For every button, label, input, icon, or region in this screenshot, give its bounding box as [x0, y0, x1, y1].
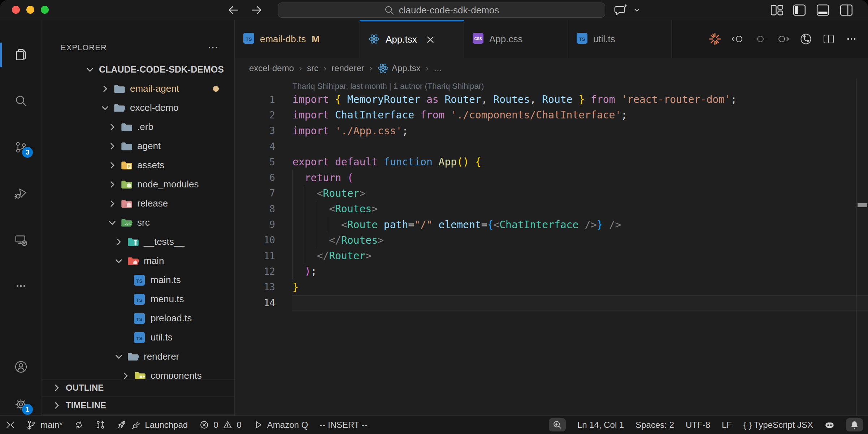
chevron-down-icon[interactable] [114, 256, 127, 266]
status-remote[interactable] [5, 420, 15, 430]
code-line-5[interactable]: 5export default function App() { [235, 154, 868, 170]
navigate-back-editor-icon[interactable] [731, 32, 744, 45]
tree-item-excel-demo[interactable]: excel-demo [42, 98, 234, 117]
status-vim-mode[interactable]: -- INSERT -- [320, 420, 367, 430]
tree-item-menu-ts[interactable]: TSmenu.ts [42, 290, 234, 309]
status-indentation[interactable]: Spaces: 2 [635, 420, 674, 430]
chevron-right-icon[interactable] [108, 161, 121, 170]
navigate-forward-icon[interactable] [250, 4, 263, 16]
status-problems[interactable]: 00 [199, 420, 242, 430]
code-line-14[interactable]: 14 [235, 295, 868, 311]
accounts-icon[interactable] [14, 360, 28, 374]
current-position-icon[interactable] [754, 32, 767, 45]
toggle-panel-icon[interactable] [816, 3, 830, 17]
tab-app-css[interactable]: CSSApp.css [464, 20, 568, 58]
chevron-down-icon[interactable] [114, 352, 127, 361]
code-line-12[interactable]: 12 ); [235, 264, 868, 279]
tree-item-src[interactable]: </>src [42, 213, 234, 232]
navigate-forward-editor-icon[interactable] [777, 32, 790, 45]
chevron-right-icon[interactable] [108, 142, 121, 151]
tree-item-renderer[interactable]: renderer [42, 347, 234, 366]
code-line-10[interactable]: 10 </Routes> [235, 233, 868, 248]
search-icon[interactable] [14, 94, 28, 108]
code-line-4[interactable]: 4 [235, 139, 868, 154]
tree-item-util-ts[interactable]: TSutil.ts [42, 328, 234, 347]
code-line-11[interactable]: 11 </Router> [235, 248, 868, 264]
remote-explorer-icon[interactable] [14, 233, 28, 247]
tree-item-email-agent[interactable]: email-agent [42, 79, 234, 98]
explorer-icon[interactable] [14, 48, 28, 62]
status-sync[interactable] [74, 420, 84, 430]
code-line-3[interactable]: 3import './App.css'; [235, 123, 868, 139]
timeline-section[interactable]: TIMELINE [42, 396, 234, 415]
status-encoding[interactable]: UTF-8 [686, 420, 710, 430]
code-editor[interactable]: Thariq Shihipar, last month | 1 author (… [235, 79, 868, 415]
settings-icon[interactable]: 1 [14, 398, 28, 411]
tree-item--erb[interactable]: .erb [42, 117, 234, 136]
code-line-1[interactable]: 1import { MemoryRouter as Router, Routes… [235, 92, 868, 107]
code-line-2[interactable]: 2import ChatInterface from './components… [235, 107, 868, 123]
more-actions-icon[interactable] [845, 32, 858, 45]
chat-icon[interactable] [614, 3, 628, 17]
overview-ruler[interactable] [856, 79, 868, 415]
tree-item-agent[interactable]: agent [42, 136, 234, 156]
status-copilot[interactable] [825, 420, 834, 430]
chevron-down-icon[interactable] [108, 218, 121, 227]
code-line-7[interactable]: 7 <Router> [235, 186, 868, 201]
minimize-window-button[interactable] [26, 6, 34, 14]
status-language-mode[interactable]: { } TypeScript JSX [743, 420, 813, 430]
tree-item-release[interactable]: release [42, 194, 234, 213]
close-window-button[interactable] [12, 6, 20, 14]
navigate-back-icon[interactable] [227, 4, 240, 16]
status-git-branch[interactable]: main* [26, 420, 62, 430]
status-launchpad[interactable]: Launchpad [117, 420, 188, 430]
tab-email-db-ts[interactable]: TSemail-db.tsM [235, 20, 360, 58]
zoom-window-button[interactable] [41, 6, 49, 14]
toggle-secondary-sidebar-icon[interactable] [839, 3, 854, 17]
breadcrumb-item[interactable]: App.tsx [377, 62, 421, 74]
tree-item-main[interactable]: main [42, 251, 234, 270]
tree-item-components[interactable]: components [42, 366, 234, 379]
tab-util-ts[interactable]: TSutil.ts [568, 20, 672, 58]
breadcrumb-item[interactable]: excel-demo [249, 63, 294, 73]
tree-item-node-modules[interactable]: node_modules [42, 175, 234, 194]
explorer-more-actions-icon[interactable]: ⋯ [208, 41, 218, 53]
code-line-8[interactable]: 8 <Routes> [235, 201, 868, 217]
claude-code-icon[interactable] [708, 32, 721, 45]
status-compare[interactable] [95, 420, 105, 430]
customize-layout-icon[interactable] [770, 3, 784, 17]
chevron-right-icon[interactable] [100, 84, 113, 94]
code-line-6[interactable]: 6 return ( [235, 170, 868, 185]
status-notifications[interactable] [846, 418, 863, 431]
run-menu-icon[interactable] [799, 32, 812, 45]
tree-item--tests-[interactable]: __tests__ [42, 232, 234, 251]
code-line-13[interactable]: 13} [235, 279, 868, 295]
chevron-down-icon[interactable] [100, 103, 113, 113]
status-eol[interactable]: LF [722, 420, 732, 430]
tree-item-main-ts[interactable]: TSmain.ts [42, 270, 234, 290]
tab-app-tsx[interactable]: App.tsx [360, 20, 464, 58]
close-tab-icon[interactable] [425, 34, 436, 45]
run-debug-icon[interactable] [14, 187, 28, 200]
breadcrumb-item[interactable]: renderer [331, 63, 364, 73]
status-screencast-zoom[interactable] [549, 418, 566, 431]
breadcrumb-item[interactable]: src [307, 63, 318, 73]
breadcrumb-item[interactable]: … [434, 63, 442, 73]
tree-item-claude-code-sdk-demos[interactable]: CLAUDE-CODE-SDK-DEMOS [42, 60, 234, 79]
more-icon[interactable] [14, 279, 28, 293]
chevron-right-icon[interactable] [114, 237, 127, 247]
command-center-search[interactable]: claude-code-sdk-demos [278, 3, 605, 18]
status-amazon-q[interactable]: Amazon Q [253, 420, 308, 430]
code-line-9[interactable]: 9 <Route path="/" element={<ChatInterfac… [235, 217, 868, 232]
outline-section[interactable]: OUTLINE [42, 379, 234, 396]
toggle-primary-sidebar-icon[interactable] [792, 3, 807, 17]
chevron-down-icon[interactable] [633, 6, 647, 20]
tree-item-preload-ts[interactable]: TSpreload.ts [42, 309, 234, 328]
tree-item-assets[interactable]: assets [42, 156, 234, 175]
source-control-icon[interactable]: 3 [14, 140, 28, 154]
chevron-right-icon[interactable] [108, 122, 121, 132]
chevron-right-icon[interactable] [121, 371, 134, 379]
split-editor-icon[interactable] [822, 32, 835, 45]
status-cursor-position[interactable]: Ln 14, Col 1 [577, 420, 624, 430]
chevron-right-icon[interactable] [108, 180, 121, 189]
